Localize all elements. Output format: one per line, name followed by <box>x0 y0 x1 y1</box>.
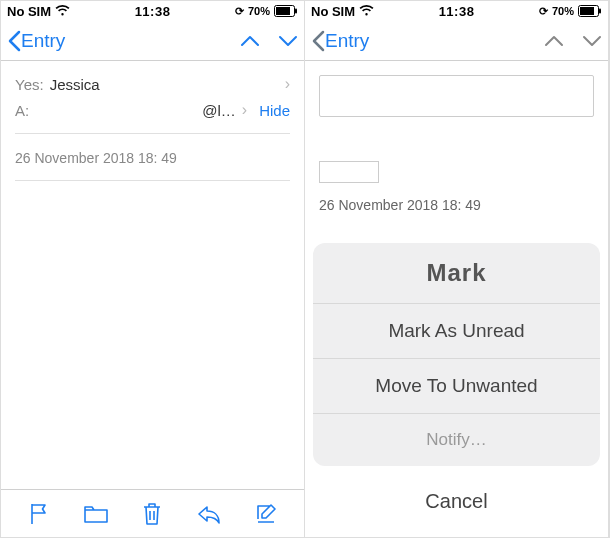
folder-button[interactable] <box>83 501 109 527</box>
timestamp: 26 November 2018 18: 49 <box>15 150 290 166</box>
subject-placeholder <box>319 161 379 183</box>
prev-message-button[interactable] <box>240 34 260 48</box>
nav-bar: Entry <box>1 21 304 61</box>
flag-button[interactable] <box>26 501 52 527</box>
timestamp: 26 November 2018 18: 49 <box>319 197 594 213</box>
cancel-button[interactable]: Cancel <box>313 474 600 529</box>
next-message-button <box>582 34 602 48</box>
carrier-label: No SIM <box>7 4 51 19</box>
to-value: Jessica <box>50 76 100 93</box>
back-button[interactable]: Entry <box>7 30 65 52</box>
wifi-icon <box>55 5 70 17</box>
svg-rect-2 <box>295 9 297 14</box>
divider <box>15 133 290 134</box>
back-label: Entry <box>21 30 65 52</box>
battery-icon <box>274 5 298 17</box>
chevron-left-icon <box>311 30 325 52</box>
phone-right: No SIM 11:38 ⟳ 70% Entry <box>305 1 609 537</box>
email-content: Yes: Jessica › A: @l… › Hide 26 November… <box>1 61 304 489</box>
battery-icon <box>578 5 602 17</box>
carrier-label: No SIM <box>311 4 355 19</box>
hide-button[interactable]: Hide <box>259 102 290 119</box>
chevron-left-icon <box>7 30 21 52</box>
divider <box>15 180 290 181</box>
reply-button[interactable] <box>196 501 222 527</box>
action-sheet-title: Mark <box>313 243 600 304</box>
chevron-right-icon: › <box>285 75 290 93</box>
toolbar <box>1 489 304 537</box>
to-label: Yes: <box>15 76 44 93</box>
notify-button[interactable]: Notify… <box>313 414 600 466</box>
to-row[interactable]: Yes: Jessica › <box>15 75 290 93</box>
prev-message-button <box>544 34 564 48</box>
status-bar: No SIM 11:38 ⟳ 70% <box>1 1 304 21</box>
wifi-icon <box>359 5 374 17</box>
chevron-right-icon: › <box>242 101 247 119</box>
svg-rect-4 <box>580 7 594 15</box>
phone-left: No SIM 11:38 ⟳ 70% Entry <box>1 1 305 537</box>
from-row[interactable]: A: @l… › Hide <box>15 101 290 119</box>
next-message-button[interactable] <box>278 34 298 48</box>
battery-pct: 70% <box>552 5 574 17</box>
back-button: Entry <box>311 30 369 52</box>
status-time: 11:38 <box>135 4 171 19</box>
action-sheet-group: Mark Mark As Unread Move To Unwanted Not… <box>313 243 600 466</box>
trash-button[interactable] <box>139 501 165 527</box>
from-value: @l… <box>202 102 236 119</box>
battery-pct: 70% <box>248 5 270 17</box>
svg-rect-1 <box>276 7 290 15</box>
move-unwanted-button[interactable]: Move To Unwanted <box>313 359 600 414</box>
action-sheet: Mark Mark As Unread Move To Unwanted Not… <box>313 243 600 529</box>
nav-bar: Entry <box>305 21 608 61</box>
compose-button[interactable] <box>253 501 279 527</box>
svg-rect-5 <box>599 9 601 14</box>
header-placeholder <box>319 75 594 117</box>
status-time: 11:38 <box>439 4 475 19</box>
status-bar: No SIM 11:38 ⟳ 70% <box>305 1 608 21</box>
mark-unread-button[interactable]: Mark As Unread <box>313 304 600 359</box>
back-label: Entry <box>325 30 369 52</box>
from-label: A: <box>15 102 29 119</box>
